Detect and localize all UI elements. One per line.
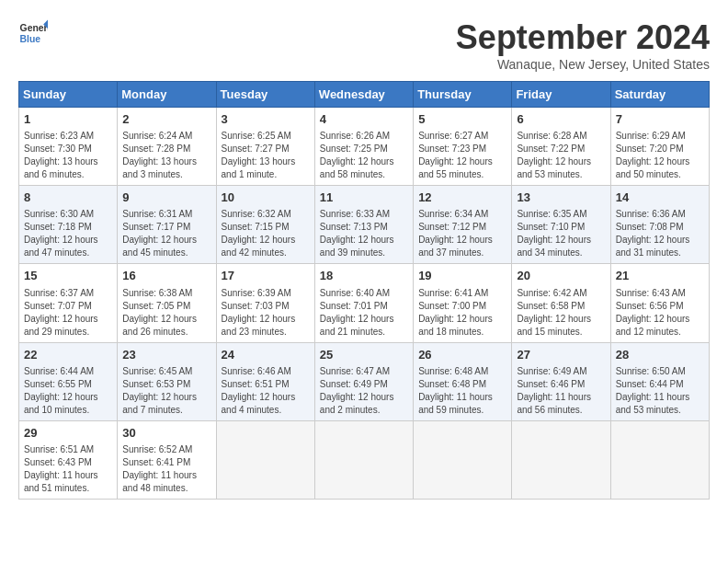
day-number: 22 [24,347,112,363]
day-info: Sunrise: 6:51 AM Sunset: 6:43 PM Dayligh… [24,443,112,495]
day-number: 14 [616,190,704,206]
day-number: 21 [616,268,704,284]
logo: General Blue [18,18,48,48]
day-info: Sunrise: 6:34 AM Sunset: 7:12 PM Dayligh… [418,208,506,259]
day-info: Sunrise: 6:36 AM Sunset: 7:08 PM Dayligh… [616,208,704,259]
day-info: Sunrise: 6:39 AM Sunset: 7:03 PM Dayligh… [222,287,310,339]
col-saturday: Saturday [610,82,709,108]
table-row: 6Sunrise: 6:28 AM Sunset: 7:22 PM Daylig… [512,108,610,186]
month-title: September 2024 [456,18,710,57]
day-info: Sunrise: 6:25 AM Sunset: 7:27 PM Dayligh… [222,130,310,181]
day-info: Sunrise: 6:47 AM Sunset: 6:49 PM Dayligh… [320,365,408,417]
table-row: 17Sunrise: 6:39 AM Sunset: 7:03 PM Dayli… [216,264,314,342]
table-row: 2Sunrise: 6:24 AM Sunset: 7:28 PM Daylig… [118,108,216,186]
day-info: Sunrise: 6:24 AM Sunset: 7:28 PM Dayligh… [122,130,210,181]
table-row: 27Sunrise: 6:49 AM Sunset: 6:46 PM Dayli… [512,342,610,420]
day-number: 10 [222,190,310,206]
calendar-week-row: 15Sunrise: 6:37 AM Sunset: 7:07 PM Dayli… [19,264,710,342]
day-info: Sunrise: 6:35 AM Sunset: 7:10 PM Dayligh… [517,208,605,259]
day-number: 26 [418,347,506,363]
table-row: 24Sunrise: 6:46 AM Sunset: 6:51 PM Dayli… [216,342,314,420]
table-row: 9Sunrise: 6:31 AM Sunset: 7:17 PM Daylig… [118,186,216,264]
day-info: Sunrise: 6:40 AM Sunset: 7:01 PM Dayligh… [320,287,408,339]
calendar-week-row: 22Sunrise: 6:44 AM Sunset: 6:55 PM Dayli… [19,342,710,420]
day-info: Sunrise: 6:30 AM Sunset: 7:18 PM Dayligh… [24,208,112,259]
day-number: 23 [122,347,210,363]
table-row: 5Sunrise: 6:27 AM Sunset: 7:23 PM Daylig… [414,108,512,186]
table-row: 22Sunrise: 6:44 AM Sunset: 6:55 PM Dayli… [19,342,118,420]
day-info: Sunrise: 6:38 AM Sunset: 7:05 PM Dayligh… [122,287,210,339]
day-info: Sunrise: 6:43 AM Sunset: 6:56 PM Dayligh… [616,287,704,339]
day-number: 13 [517,190,605,206]
day-info: Sunrise: 6:44 AM Sunset: 6:55 PM Dayligh… [24,365,112,417]
calendar-table: Sunday Monday Tuesday Wednesday Thursday… [18,81,710,500]
day-number: 8 [24,190,112,206]
table-row [414,420,512,499]
calendar-header-row: Sunday Monday Tuesday Wednesday Thursday… [19,82,710,108]
day-number: 7 [616,111,704,128]
day-info: Sunrise: 6:33 AM Sunset: 7:13 PM Dayligh… [320,208,408,259]
table-row: 11Sunrise: 6:33 AM Sunset: 7:13 PM Dayli… [314,186,413,264]
day-number: 28 [616,347,704,363]
col-tuesday: Tuesday [216,82,314,108]
table-row: 7Sunrise: 6:29 AM Sunset: 7:20 PM Daylig… [610,108,709,186]
table-row: 19Sunrise: 6:41 AM Sunset: 7:00 PM Dayli… [414,264,512,342]
col-sunday: Sunday [19,82,118,108]
day-info: Sunrise: 6:42 AM Sunset: 6:58 PM Dayligh… [517,287,605,339]
table-row: 13Sunrise: 6:35 AM Sunset: 7:10 PM Dayli… [512,186,610,264]
generalblue-logo-icon: General Blue [18,18,48,48]
day-number: 27 [517,347,605,363]
table-row: 28Sunrise: 6:50 AM Sunset: 6:44 PM Dayli… [610,342,709,420]
day-number: 3 [222,111,310,128]
table-row [216,420,314,499]
table-row: 29Sunrise: 6:51 AM Sunset: 6:43 PM Dayli… [19,420,118,499]
table-row: 20Sunrise: 6:42 AM Sunset: 6:58 PM Dayli… [512,264,610,342]
day-number: 12 [418,190,506,206]
svg-text:Blue: Blue [20,34,41,44]
day-info: Sunrise: 6:48 AM Sunset: 6:48 PM Dayligh… [418,365,506,417]
day-number: 15 [24,268,112,284]
day-info: Sunrise: 6:29 AM Sunset: 7:20 PM Dayligh… [616,130,704,181]
day-info: Sunrise: 6:31 AM Sunset: 7:17 PM Dayligh… [122,208,210,259]
day-info: Sunrise: 6:50 AM Sunset: 6:44 PM Dayligh… [616,365,704,417]
svg-text:General: General [20,23,48,33]
table-row: 26Sunrise: 6:48 AM Sunset: 6:48 PM Dayli… [414,342,512,420]
day-info: Sunrise: 6:41 AM Sunset: 7:00 PM Dayligh… [418,287,506,339]
table-row: 16Sunrise: 6:38 AM Sunset: 7:05 PM Dayli… [118,264,216,342]
page-header: General Blue September 2024 Wanaque, New… [18,18,710,72]
table-row: 1Sunrise: 6:23 AM Sunset: 7:30 PM Daylig… [19,108,118,186]
title-block: September 2024 Wanaque, New Jersey, Unit… [456,18,710,72]
day-number: 25 [320,347,408,363]
table-row [314,420,413,499]
table-row: 23Sunrise: 6:45 AM Sunset: 6:53 PM Dayli… [118,342,216,420]
day-info: Sunrise: 6:26 AM Sunset: 7:25 PM Dayligh… [320,130,408,181]
table-row: 3Sunrise: 6:25 AM Sunset: 7:27 PM Daylig… [216,108,314,186]
calendar-week-row: 1Sunrise: 6:23 AM Sunset: 7:30 PM Daylig… [19,108,710,186]
day-number: 11 [320,190,408,206]
location-subtitle: Wanaque, New Jersey, United States [456,57,710,72]
day-info: Sunrise: 6:49 AM Sunset: 6:46 PM Dayligh… [517,365,605,417]
col-wednesday: Wednesday [314,82,413,108]
day-info: Sunrise: 6:46 AM Sunset: 6:51 PM Dayligh… [222,365,310,417]
day-info: Sunrise: 6:52 AM Sunset: 6:41 PM Dayligh… [122,443,210,495]
day-number: 5 [418,111,506,128]
table-row: 15Sunrise: 6:37 AM Sunset: 7:07 PM Dayli… [19,264,118,342]
day-number: 20 [517,268,605,284]
table-row: 8Sunrise: 6:30 AM Sunset: 7:18 PM Daylig… [19,186,118,264]
calendar-week-row: 8Sunrise: 6:30 AM Sunset: 7:18 PM Daylig… [19,186,710,264]
calendar-week-row: 29Sunrise: 6:51 AM Sunset: 6:43 PM Dayli… [19,420,710,499]
day-number: 16 [122,268,210,284]
col-friday: Friday [512,82,610,108]
col-monday: Monday [118,82,216,108]
table-row: 10Sunrise: 6:32 AM Sunset: 7:15 PM Dayli… [216,186,314,264]
day-number: 18 [320,268,408,284]
day-number: 6 [517,111,605,128]
day-number: 24 [222,347,310,363]
table-row: 25Sunrise: 6:47 AM Sunset: 6:49 PM Dayli… [314,342,413,420]
day-number: 4 [320,111,408,128]
day-number: 17 [222,268,310,284]
day-info: Sunrise: 6:32 AM Sunset: 7:15 PM Dayligh… [222,208,310,259]
day-info: Sunrise: 6:37 AM Sunset: 7:07 PM Dayligh… [24,287,112,339]
table-row: 21Sunrise: 6:43 AM Sunset: 6:56 PM Dayli… [610,264,709,342]
day-number: 29 [24,425,112,442]
